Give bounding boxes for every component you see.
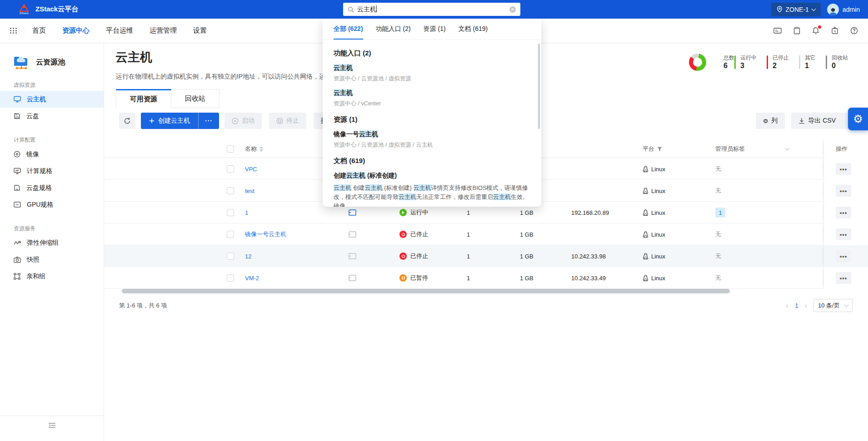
collapse-sidebar-icon[interactable] xyxy=(48,422,56,428)
next-page-icon[interactable]: › xyxy=(805,302,807,310)
create-more-button[interactable]: ··· xyxy=(198,113,219,129)
row-actions-button[interactable]: ••• xyxy=(836,185,851,197)
search-tab-文档 (619)[interactable]: 文档 (619) xyxy=(459,19,488,40)
column-header-admin-tag[interactable]: 管理员标签 xyxy=(715,140,745,158)
nav-item-运营管理[interactable]: 运营管理 xyxy=(150,26,177,35)
nav-item-设置[interactable]: 设置 xyxy=(193,26,207,35)
vm-name-link[interactable]: VM-2 xyxy=(245,267,259,289)
row-actions-button[interactable]: ••• xyxy=(836,228,851,240)
refresh-button[interactable] xyxy=(119,113,135,129)
sidebar-item-云盘[interactable]: 云盘 xyxy=(0,108,104,124)
search-icon xyxy=(348,6,354,13)
sidebar-group-label: 资源服务 xyxy=(14,225,104,233)
export-csv-button[interactable]: 导出 CSV xyxy=(791,113,852,129)
linux-penguin-icon xyxy=(643,275,649,282)
row-checkbox[interactable] xyxy=(227,245,234,267)
vm-status-donut-chart xyxy=(689,54,706,71)
table-row: 12已停止11 GB10.242.33.98Linux无adminNone••• xyxy=(104,245,868,267)
current-page[interactable]: 1 xyxy=(795,302,798,309)
vm-state: 已停止 xyxy=(399,223,428,245)
stat-texts: 已停止2 xyxy=(773,55,789,70)
console-terminal-icon[interactable] xyxy=(773,27,782,35)
user-menu[interactable]: admin xyxy=(827,4,860,15)
search-tab-资源 (1)[interactable]: 资源 (1) xyxy=(424,19,446,40)
horizontal-scrollbar[interactable] xyxy=(122,289,730,293)
tab-回收站[interactable]: 回收站 xyxy=(171,89,219,108)
sort-icon[interactable] xyxy=(259,146,263,152)
row-actions-button[interactable]: ••• xyxy=(836,207,851,218)
sidebar-item-弹性伸缩组[interactable]: 弹性伸缩组 xyxy=(0,234,104,251)
user-name: admin xyxy=(843,6,860,13)
create-vm-button[interactable]: 创建云主机 xyxy=(141,113,198,129)
apps-grid-icon[interactable] xyxy=(10,28,17,34)
highlighted-term: 云主机 xyxy=(334,89,353,96)
dropdown-scrollbar[interactable] xyxy=(538,44,540,129)
vm-name-link[interactable]: 12 xyxy=(245,245,251,267)
vm-name-link[interactable]: 1 xyxy=(245,202,248,223)
row-checkbox[interactable] xyxy=(227,223,234,245)
highlighted-term: 云主机 xyxy=(493,193,511,200)
select-all-checkbox[interactable] xyxy=(227,140,234,158)
nav-item-首页[interactable]: 首页 xyxy=(32,26,46,35)
state-running-icon xyxy=(399,209,407,216)
stop-vm-button[interactable]: 停止 xyxy=(269,113,306,129)
console-icon[interactable] xyxy=(349,267,356,289)
global-search-input[interactable]: 云主机 ✕ xyxy=(343,3,520,16)
row-checkbox[interactable] xyxy=(227,267,234,289)
tab-可用资源[interactable]: 可用资源 xyxy=(116,89,171,108)
theme-settings-button[interactable]: ⚙ xyxy=(848,108,868,130)
vm-name-link[interactable]: test xyxy=(245,180,254,202)
zone-selector[interactable]: ZONE-1 xyxy=(771,3,821,16)
search-result-title[interactable]: 镜像一号云主机 xyxy=(334,130,530,139)
vm-name-link[interactable]: VPC xyxy=(245,158,257,180)
search-result-title[interactable]: 创建云主机 (标准创建) xyxy=(334,172,530,180)
sidebar-item-快照[interactable]: 快照 xyxy=(0,251,104,268)
stop-circle-icon xyxy=(276,118,283,124)
vm-mem: 1 GB xyxy=(520,267,534,289)
clipboard-icon[interactable] xyxy=(793,27,801,35)
sidebar-item-计算规格[interactable]: 计算规格 xyxy=(0,163,104,179)
row-actions-button[interactable]: ••• xyxy=(836,272,851,284)
prev-page-icon[interactable]: ‹ xyxy=(786,302,788,310)
column-header-name[interactable]: 名称 xyxy=(245,140,263,158)
volume-offering-icon xyxy=(14,184,20,191)
state-label: 已停止 xyxy=(410,252,428,260)
linux-penguin-icon xyxy=(643,253,649,260)
sidebar-item-云盘规格[interactable]: 云盘规格 xyxy=(0,179,104,196)
sidebar-item-云主机[interactable]: 云主机 xyxy=(0,91,104,108)
search-result-title[interactable]: 云主机 xyxy=(334,64,530,72)
sidebar-item-亲和组[interactable]: 亲和组 xyxy=(0,268,104,285)
search-result-path: 资源中心 / vCenter xyxy=(334,100,530,108)
sidebar-item-GPU规格[interactable]: GPU规格 xyxy=(0,196,104,213)
row-checkbox[interactable] xyxy=(227,180,234,202)
search-result-title[interactable]: 云主机 xyxy=(334,89,530,97)
clear-search-icon[interactable]: ✕ xyxy=(509,6,516,13)
search-tab-功能入口 (2)[interactable]: 功能入口 (2) xyxy=(376,19,411,40)
audit-timer-icon[interactable] xyxy=(831,27,839,35)
console-icon[interactable] xyxy=(349,245,356,267)
vm-ip: 10.242.33.98 xyxy=(571,245,606,267)
nav-item-平台运维[interactable]: 平台运维 xyxy=(106,26,133,35)
nav-item-资源中心[interactable]: 资源中心 xyxy=(62,26,90,35)
brand-logo[interactable]: ZStack ZStack云平台 xyxy=(17,3,78,16)
tag-chip[interactable]: 1 xyxy=(715,208,725,218)
vm-cpu: 1 xyxy=(467,245,470,267)
column-header-platform[interactable]: 平台 xyxy=(643,140,662,158)
row-checkbox[interactable] xyxy=(227,202,234,223)
stat-回收站: 回收站0 xyxy=(826,55,848,70)
columns-button[interactable]: ⚙ 列 xyxy=(756,113,785,129)
row-actions-button[interactable]: ••• xyxy=(836,163,851,175)
console-icon[interactable] xyxy=(349,223,356,245)
chevron-down-icon[interactable] xyxy=(786,140,789,158)
vm-name-link[interactable]: 镜像一号云主机 xyxy=(245,223,286,245)
sidebar-item-镜像[interactable]: 镜像 xyxy=(0,146,104,163)
state-label: 已停止 xyxy=(410,230,428,238)
search-tab-全部 (622)[interactable]: 全部 (622) xyxy=(334,19,363,40)
row-actions-button[interactable]: ••• xyxy=(836,250,851,262)
notifications-bell-icon[interactable] xyxy=(812,27,820,35)
row-checkbox[interactable] xyxy=(227,158,234,180)
help-icon[interactable] xyxy=(850,27,858,35)
page-size-select[interactable]: 10 条/页 xyxy=(813,299,853,312)
start-vm-button[interactable]: 启动 xyxy=(224,113,262,129)
vm-state: 已暂停 xyxy=(399,267,428,289)
